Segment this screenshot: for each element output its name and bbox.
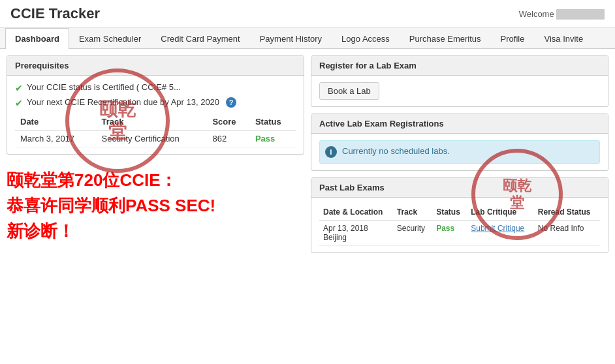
col-status: Status	[250, 114, 296, 130]
watermark-line-1: 颐乾堂第720位CCIE：	[7, 168, 304, 193]
active-lab-title: Active Lab Exam Registrations	[311, 114, 608, 134]
col-score: Score	[207, 114, 250, 130]
row-status: Pass	[250, 130, 296, 147]
watermark-line-2: 恭喜许同学顺利PASS SEC!	[7, 193, 304, 219]
prereq-text-2: Your next CCIE Recertification due by Ap…	[27, 97, 219, 107]
no-labs-text: Currently no scheduled labs.	[342, 146, 450, 156]
main-content: Prerequisites ✔ Your CCIE status is Cert…	[0, 49, 615, 260]
prereq-item-1: ✔ Your CCIE status is Certified ( CCIE# …	[15, 82, 296, 93]
active-lab-panel: Active Lab Exam Registrations i Currentl…	[311, 114, 608, 171]
past-labs-title: Past Lab Exams	[311, 178, 608, 198]
past-col-reread: Reread Status	[534, 204, 600, 220]
tab-exam-scheduler[interactable]: Exam Scheduler	[69, 28, 151, 49]
past-row-track: Security	[393, 220, 432, 246]
prereq-item-2: ✔ Your next CCIE Recertification due by …	[15, 97, 296, 108]
col-track: Track	[97, 114, 208, 130]
submit-critique-link[interactable]: Submit Critique	[471, 224, 524, 233]
score-table: Date Track Score Status March 3, 2017 Se…	[15, 114, 296, 147]
welcome-text: Welcome ████████	[519, 9, 605, 19]
watermark-line-3: 新诊断！	[7, 219, 304, 244]
past-row-date: Apr 13, 2018 Beijing	[319, 220, 393, 246]
tab-credit-card-payment[interactable]: Credit Card Payment	[151, 28, 249, 49]
past-col-critique: Lab Critique	[467, 204, 534, 220]
table-header-row: Date Track Score Status	[15, 114, 296, 130]
check-icon-1: ✔	[15, 83, 23, 93]
row-date: March 3, 2017	[15, 130, 97, 147]
no-labs-info: i Currently no scheduled labs.	[319, 140, 600, 164]
tab-profile[interactable]: Profile	[491, 28, 535, 49]
register-lab-panel: Register for a Lab Exam Book a Lab	[311, 55, 608, 107]
past-col-track: Track	[393, 204, 432, 220]
prerequisites-body: ✔ Your CCIE status is Certified ( CCIE# …	[7, 76, 304, 154]
watermark-text-area: 颐乾堂第720位CCIE： 恭喜许同学顺利PASS SEC! 新诊断！	[7, 161, 304, 250]
tab-visa-invite[interactable]: Visa Invite	[534, 28, 593, 49]
check-icon-2: ✔	[15, 98, 23, 108]
col-date: Date	[15, 114, 97, 130]
past-col-date: Date & Location	[319, 204, 393, 220]
prerequisites-title: Prerequisites	[7, 56, 304, 76]
app-title: CCIE Tracker	[10, 5, 100, 22]
info-circle-icon: i	[325, 146, 337, 158]
past-labs-body: Date & Location Track Status Lab Critiqu…	[311, 198, 608, 252]
past-labs-panel: Past Lab Exams Date & Location Track Sta…	[311, 177, 608, 253]
book-lab-button[interactable]: Book a Lab	[319, 82, 379, 100]
prerequisites-panel: Prerequisites ✔ Your CCIE status is Cert…	[7, 55, 304, 155]
past-table-header: Date & Location Track Status Lab Critiqu…	[319, 204, 600, 220]
tab-purchase-emeritus[interactable]: Purchase Emeritus	[400, 28, 491, 49]
right-column: Register for a Lab Exam Book a Lab Activ…	[311, 55, 608, 253]
table-row: March 3, 2017 Security Certification 862…	[15, 130, 296, 147]
register-lab-body: Book a Lab	[311, 76, 608, 106]
prereq-text-1: Your CCIE status is Certified ( CCIE# 5.…	[27, 82, 181, 92]
tab-dashboard[interactable]: Dashboard	[5, 28, 69, 49]
tab-payment-history[interactable]: Payment History	[250, 28, 332, 49]
header: CCIE Tracker Welcome ████████	[0, 0, 615, 28]
row-track: Security Certification	[97, 130, 208, 147]
past-col-status: Status	[432, 204, 467, 220]
past-row-critique: Submit Critique	[467, 220, 534, 246]
tab-logo-access[interactable]: Logo Access	[332, 28, 400, 49]
past-row-reread: No Read Info	[534, 220, 600, 246]
table-row: Apr 13, 2018 Beijing Security Pass Submi…	[319, 220, 600, 246]
active-lab-body: i Currently no scheduled labs.	[311, 134, 608, 170]
info-icon[interactable]: ?	[226, 97, 236, 108]
past-labs-table: Date & Location Track Status Lab Critiqu…	[319, 204, 600, 246]
nav-tabs: Dashboard Exam Scheduler Credit Card Pay…	[0, 28, 615, 49]
left-column: Prerequisites ✔ Your CCIE status is Cert…	[7, 55, 304, 253]
past-row-status: Pass	[432, 220, 467, 246]
register-lab-title: Register for a Lab Exam	[311, 56, 608, 76]
row-score: 862	[207, 130, 250, 147]
